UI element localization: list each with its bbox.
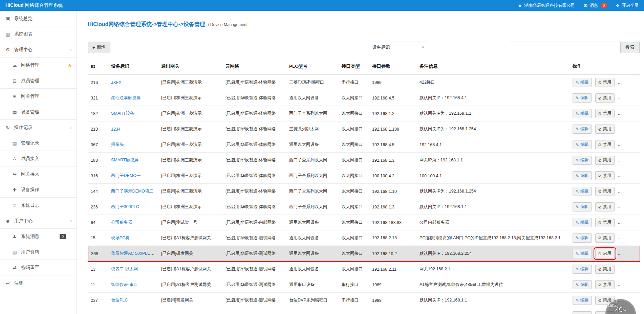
device-link[interactable]: 华辰智通AC 500PLC001: [111, 251, 157, 256]
sidebar-item-system-charts[interactable]: ▥ 系统图表: [0, 26, 77, 42]
cell-device: [108, 308, 158, 314]
toggle-button[interactable]: ⊘禁用: [595, 218, 615, 227]
logout-icon: ↩: [5, 281, 11, 286]
table-row: 15 现场PC机 [已启用]A1栋客户测试网关 [已启用]华辰智通-测试网络 通…: [88, 230, 640, 246]
edit-button[interactable]: ✎编辑: [573, 296, 592, 305]
toggle-button[interactable]: ⊘禁用: [595, 156, 615, 165]
sidebar-item-system-overview[interactable]: ▣ 系统总览: [0, 11, 77, 26]
sidebar-item-management-center[interactable]: ⚙ 管理中心 ›: [0, 42, 77, 58]
sidebar-item-member-access[interactable]: ∴ 成员接入: [0, 151, 77, 166]
toggle-button[interactable]: ⊘禁用: [595, 93, 615, 103]
sidebar-item-management-records[interactable]: ▤ 管理记录: [0, 135, 77, 151]
toggle-button[interactable]: ⊘禁用: [595, 265, 615, 274]
delete-button[interactable]: 删除: [618, 78, 637, 87]
cell-gateway: [已启用]A1栋客户测试网关: [158, 262, 223, 277]
brand-rest: 网络综合管理系统: [24, 2, 63, 8]
edit-button[interactable]: ✎编辑: [573, 233, 592, 243]
cell-actions: ✎编辑 ⊘禁用 删除: [570, 153, 640, 168]
device-link[interactable]: 西门子DEMO一: [111, 173, 141, 178]
toggle-button[interactable]: ⊘禁用: [595, 280, 615, 289]
company-menu[interactable]: ☻ 湖南华辰智通科技有限公司: [518, 3, 575, 8]
device-link[interactable]: 1234: [111, 127, 121, 132]
toggle-button[interactable]: ⊘禁用: [595, 109, 615, 118]
delete-button[interactable]: 删除: [618, 171, 637, 180]
device-link[interactable]: 智能仪表-串口: [111, 282, 138, 287]
sidebar-item-partial-item[interactable]: [0, 291, 77, 301]
pencil-icon: ✎: [576, 236, 579, 240]
delete-button[interactable]: 删除: [618, 218, 637, 227]
sidebar-item-system-logs[interactable]: ≣ 系统日志: [0, 198, 77, 213]
toggle-button[interactable]: ⊘禁用: [595, 78, 615, 87]
device-link[interactable]: 台达PLC: [111, 298, 128, 302]
delete-button[interactable]: 删除: [618, 140, 637, 149]
cell-note: 默认网关IP：192.168.2.254: [417, 246, 570, 262]
chart-icon: ▥: [5, 31, 11, 37]
sidebar-item-gateway-management[interactable]: ⊞ 网关管理: [0, 89, 77, 104]
sidebar-item-device-operations[interactable]: ✚ 设备操作: [0, 182, 77, 198]
edit-button[interactable]: ✎编辑: [573, 187, 592, 196]
toggle-button[interactable]: ⊘禁用: [595, 125, 615, 134]
edit-button[interactable]: ✎编辑: [573, 125, 592, 134]
device-link[interactable]: 摄像头: [111, 142, 124, 147]
cell-actions: ✎编辑 ⊙启用 删除: [570, 246, 640, 262]
delete-button[interactable]: 删除: [618, 109, 637, 118]
edit-button[interactable]: ✎编辑: [573, 109, 592, 118]
edit-button[interactable]: ✎编辑: [573, 78, 592, 87]
device-link[interactable]: SMART触摸屏: [111, 158, 138, 162]
edit-button[interactable]: ✎编辑: [573, 249, 592, 258]
delete-button[interactable]: 删除: [618, 156, 637, 165]
delete-button[interactable]: 删除: [618, 280, 637, 289]
edit-button[interactable]: ✎编辑: [573, 202, 592, 211]
edit-button[interactable]: ✎编辑: [573, 280, 592, 289]
delete-button[interactable]: 删除: [618, 265, 637, 274]
sidebar-item-logout[interactable]: ↩ 注销: [0, 275, 77, 291]
toggle-button[interactable]: ⊘禁用: [595, 187, 615, 196]
device-link[interactable]: 公司服务器: [111, 220, 132, 225]
cell-actions: ✎编辑 ⊘禁用 删除: [570, 168, 640, 184]
fullscreen-toggle[interactable]: ❖ 开启全屏: [616, 3, 639, 8]
cell-network: [已启用]华辰智通-体验网络: [223, 121, 286, 137]
delete-button[interactable]: 删除: [618, 202, 637, 211]
edit-button[interactable]: ✎编辑: [573, 311, 592, 314]
device-link[interactable]: 西门子300PLC: [111, 204, 139, 209]
sidebar-item-operation-records[interactable]: ↻ 操作记录 ›: [0, 120, 77, 135]
sidebar-item-user-center[interactable]: ☻ 用户中心 ›: [0, 213, 77, 229]
device-link[interactable]: 昆仑通泰触摸屏: [111, 95, 141, 100]
device-link[interactable]: 现场PC机: [111, 236, 130, 240]
messages-menu[interactable]: ✉ 消息 0: [584, 3, 607, 8]
toggle-button[interactable]: ⊘禁用: [595, 171, 615, 180]
sidebar-item-member-management[interactable]: ⊟ 成员管理: [0, 73, 77, 89]
edit-button[interactable]: ✎编辑: [573, 171, 592, 180]
edit-button[interactable]: ✎编辑: [573, 140, 592, 149]
sidebar-item-network-management[interactable]: ☁ 网络管理 ★: [0, 58, 77, 73]
delete-button[interactable]: 删除: [618, 233, 637, 243]
device-link[interactable]: SMART设备: [111, 111, 134, 116]
filter-select[interactable]: 设备标识 ▼: [369, 42, 428, 53]
sidebar-item-device-management[interactable]: ▦ 设备管理: [0, 104, 77, 120]
delete-button[interactable]: 删除: [618, 187, 637, 196]
sidebar-item-gateway-access[interactable]: ↪ 网关接入: [0, 166, 77, 182]
edit-button[interactable]: ✎编辑: [573, 218, 592, 227]
device-link[interactable]: 西门子演示DEMO箱二: [111, 189, 153, 194]
sidebar-item-password-reset[interactable]: ⇄ 密码重置: [0, 260, 77, 275]
delete-button[interactable]: 删除: [618, 125, 637, 134]
pencil-icon: ✎: [576, 127, 579, 131]
edit-button[interactable]: ✎编辑: [573, 93, 592, 103]
toggle-button[interactable]: ⊘禁用: [595, 202, 615, 211]
delete-button[interactable]: 删除: [618, 93, 637, 103]
search-input[interactable]: [509, 42, 621, 53]
app-brand: HiCloud 网络综合管理系统: [5, 2, 63, 8]
device-link[interactable]: 仪表二-以太网: [111, 267, 138, 271]
sidebar-item-label: 用户中心: [14, 218, 33, 224]
toggle-button[interactable]: ⊙启用: [595, 249, 615, 258]
search-button[interactable]: 搜索: [621, 42, 640, 53]
sidebar-item-system-messages[interactable]: ♟ 系统消息 0: [0, 229, 77, 244]
toggle-button[interactable]: ⊘禁用: [595, 233, 615, 243]
device-link[interactable]: JXFX: [111, 80, 122, 85]
edit-button[interactable]: ✎编辑: [573, 156, 592, 165]
delete-button[interactable]: 删除: [618, 249, 637, 258]
toggle-button[interactable]: ⊘禁用: [595, 140, 615, 149]
add-device-button[interactable]: +新增: [88, 42, 110, 53]
sidebar-item-user-profile[interactable]: ▧ 用户资料: [0, 244, 77, 260]
edit-button[interactable]: ✎编辑: [573, 265, 592, 274]
